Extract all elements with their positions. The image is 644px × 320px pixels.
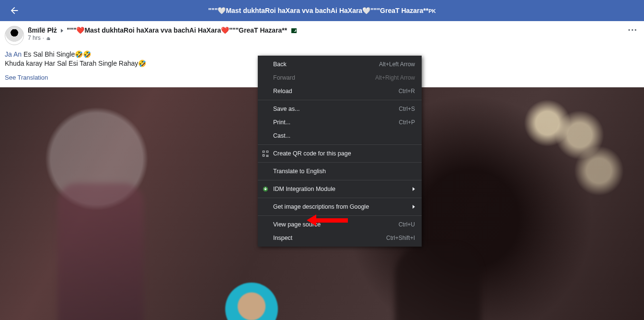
ctx-shortcut: Ctrl+R	[399, 88, 415, 95]
submenu-arrow-icon	[413, 187, 415, 191]
post-text-2: Khuda karay Har Sal Esi Tarah Single Rah…	[5, 59, 138, 67]
context-menu: Back Alt+Left Arrow Forward Alt+Right Ar…	[258, 56, 422, 247]
ctx-image-descriptions[interactable]: Get image descriptions from Google	[258, 200, 422, 213]
page-title: """🤍Mast dukhtaRoi haXara vva bachAi HaX…	[208, 7, 436, 14]
ctx-shortcut: Alt+Right Arrow	[375, 74, 415, 81]
image-figure	[395, 246, 481, 320]
ctx-label: Inspect	[273, 235, 292, 241]
caret-icon	[61, 29, 63, 33]
image-figure	[58, 183, 144, 320]
ctx-label: Translate to English	[273, 168, 326, 175]
post-text-1: Es Sal Bhi Single	[22, 50, 75, 58]
mention-link[interactable]: Ja An	[5, 50, 22, 58]
ctx-separator	[258, 215, 422, 216]
submenu-arrow-icon	[413, 205, 415, 209]
ctx-label: View page source	[273, 221, 321, 228]
ctx-separator	[258, 180, 422, 180]
ctx-label: Create QR code for this page	[273, 150, 351, 157]
emoji-2: 🤣	[138, 59, 146, 67]
ctx-print[interactable]: Print... Ctrl+P	[258, 116, 422, 129]
ctx-label: Cast...	[273, 132, 290, 139]
avatar[interactable]	[5, 26, 24, 45]
ctx-reload[interactable]: Reload Ctrl+R	[258, 84, 422, 98]
ctx-create-qr[interactable]: Create QR code for this page	[258, 147, 422, 160]
ctx-back[interactable]: Back Alt+Left Arrow	[258, 58, 422, 71]
ctx-separator	[258, 100, 422, 100]
group-link[interactable]: """❤️Mast dukhtaRoi haXara vva bachAi Ha…	[67, 26, 289, 34]
title-prefix: """	[208, 7, 218, 14]
privacy-icon[interactable]	[46, 36, 51, 41]
title-main: 🤍Mast dukhtaRoi haXara vva bachAi HaXara…	[218, 7, 370, 14]
ctx-separator	[258, 198, 422, 198]
title-suffix: PK	[428, 8, 436, 14]
ctx-separator	[258, 144, 422, 145]
idm-icon	[262, 185, 269, 193]
emoji-1: 🤣🤣	[75, 50, 91, 58]
ctx-translate[interactable]: Translate to English	[258, 165, 422, 178]
post-submeta: 7 hrs ·	[28, 35, 297, 42]
title-group: GreaT Hazara**	[380, 7, 428, 14]
ctx-idm[interactable]: IDM Integration Module	[258, 182, 422, 196]
ctx-shortcut: Alt+Left Arrow	[379, 61, 415, 68]
ctx-shortcut: Ctrl+S	[399, 106, 415, 112]
ctx-label: IDM Integration Module	[273, 186, 335, 192]
dot-separator: ·	[43, 35, 44, 42]
ctx-label: Print...	[273, 119, 290, 126]
image-figure	[225, 283, 278, 320]
arrow-left-icon	[9, 5, 20, 16]
ctx-shortcut: Ctrl+U	[399, 221, 415, 228]
qr-icon	[262, 150, 269, 157]
title-mid: """	[370, 7, 380, 14]
see-translation-link[interactable]: See Translation	[5, 74, 48, 81]
ctx-inspect[interactable]: Inspect Ctrl+Shift+I	[258, 231, 422, 245]
ctx-shortcut: Ctrl+Shift+I	[386, 235, 415, 241]
post-meta: ßmïlë Płż """❤️Mast dukhtaRoi haXara vva…	[28, 26, 297, 42]
ctx-view-source[interactable]: View page source Ctrl+U	[258, 218, 422, 231]
ctx-label: Get image descriptions from Google	[273, 203, 369, 210]
post-title-line: ßmïlë Płż """❤️Mast dukhtaRoi haXara vva…	[28, 26, 297, 35]
ctx-forward: Forward Alt+Right Arrow	[258, 71, 422, 84]
header-bar: """🤍Mast dukhtaRoi haXara vva bachAi HaX…	[0, 0, 644, 21]
post-options-button[interactable]: ···	[628, 28, 637, 32]
back-button[interactable]	[9, 5, 20, 16]
ctx-separator	[258, 162, 422, 163]
post-time[interactable]: 7 hrs	[28, 35, 41, 42]
ctx-label: Save as...	[273, 106, 300, 112]
ctx-label: Forward	[273, 74, 295, 81]
post-header: ßmïlë Płż """❤️Mast dukhtaRoi haXara vva…	[5, 26, 639, 45]
ctx-cast[interactable]: Cast...	[258, 129, 422, 142]
ctx-label: Back	[273, 61, 287, 68]
ctx-save-as[interactable]: Save as... Ctrl+S	[258, 102, 422, 116]
flag-icon	[290, 28, 297, 33]
author-link[interactable]: ßmïlë Płż	[28, 26, 57, 34]
ctx-shortcut: Ctrl+P	[399, 119, 415, 126]
ctx-label: Reload	[273, 88, 292, 95]
